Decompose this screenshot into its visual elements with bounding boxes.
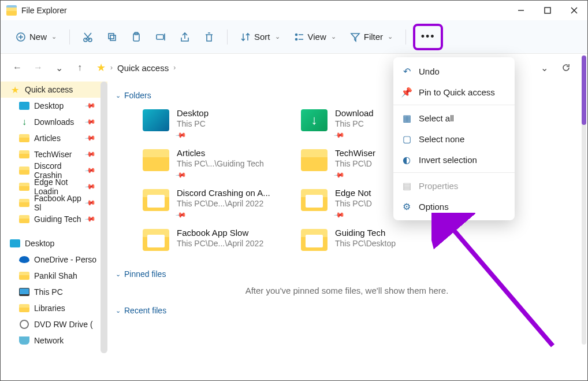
select-all-icon: ▦ <box>401 113 412 123</box>
cut-button[interactable] <box>77 28 99 46</box>
folder-icon <box>143 229 169 251</box>
more-button[interactable]: ••• <box>416 27 440 47</box>
folder-icon <box>301 149 328 171</box>
pin-icon: 📌 <box>401 87 412 97</box>
svg-rect-12 <box>110 35 116 40</box>
folder-icon <box>301 229 328 251</box>
svg-rect-1 <box>545 8 550 13</box>
sort-label: Sort <box>254 32 270 42</box>
sidebar-item-techwiser[interactable]: TechWiser📌 <box>1 146 107 162</box>
sidebar-scrollbar[interactable] <box>101 82 107 353</box>
sidebar-item-edge[interactable]: Edge Not Loadin📌 <box>1 179 107 195</box>
chevron-right-icon: › <box>173 64 176 72</box>
menu-select-none[interactable]: ▢Select none <box>393 128 515 149</box>
pin-icon: 📌 <box>333 209 345 220</box>
sidebar-onedrive[interactable]: OneDrive - Perso <box>1 251 107 268</box>
back-button[interactable]: ← <box>9 59 26 76</box>
sidebar-quick-access[interactable]: ★ Quick access <box>1 82 107 98</box>
sidebar-item-discord[interactable]: Discord Crashin📌 <box>1 162 107 179</box>
maximize-button[interactable] <box>534 1 561 20</box>
forward-button[interactable]: → <box>29 59 47 76</box>
up-button[interactable]: ↑ <box>71 59 88 76</box>
view-label: View <box>308 32 326 42</box>
gear-icon: ⚙ <box>401 201 412 212</box>
pin-icon: 📌 <box>84 116 96 128</box>
copy-button[interactable] <box>101 28 123 46</box>
view-button[interactable]: View⌄ <box>288 28 342 46</box>
pin-icon: 📌 <box>333 169 345 180</box>
folder-icon <box>301 189 328 211</box>
filter-button[interactable]: Filter⌄ <box>344 28 399 46</box>
pin-icon: 📌 <box>84 181 96 193</box>
pin-icon: 📌 <box>333 129 345 140</box>
more-button-highlight: ••• <box>413 24 443 50</box>
download-icon: ↓ <box>19 117 29 127</box>
sidebar-network[interactable]: Network <box>1 332 107 349</box>
sidebar-desktop-root[interactable]: Desktop <box>1 235 107 251</box>
pin-icon: 📌 <box>84 197 96 209</box>
delete-button[interactable] <box>198 28 220 46</box>
pin-icon: 📌 <box>84 165 96 176</box>
paste-button[interactable] <box>125 28 147 46</box>
command-bar: New⌄ Sort⌄ View⌄ Filter⌄ ••• <box>1 20 587 54</box>
folder-icon <box>143 149 169 171</box>
undo-icon: ↶ <box>401 66 412 76</box>
chevron-right-icon: › <box>110 64 113 72</box>
history-chevron[interactable]: ⌄ <box>50 59 68 76</box>
address-chevron[interactable]: ⌄ <box>535 59 553 76</box>
titlebar: File Explorer <box>1 1 587 20</box>
share-button[interactable] <box>174 28 196 46</box>
pin-icon: 📌 <box>175 209 187 220</box>
rename-button[interactable] <box>150 28 172 46</box>
tile-guiding[interactable]: Guiding TechThis PC\Desktop <box>300 225 445 254</box>
content-scrollbar[interactable] <box>582 56 586 345</box>
breadcrumb-label[interactable]: Quick access <box>117 63 169 73</box>
pin-icon: 📌 <box>84 132 96 144</box>
sidebar-item-articles[interactable]: Articles📌 <box>1 130 107 146</box>
folder-icon: ↓ <box>301 109 328 131</box>
svg-point-17 <box>295 34 297 35</box>
tile-articles[interactable]: ArticlesThis PC\...\Guiding Tech📌 <box>142 146 286 181</box>
select-none-icon: ▢ <box>401 134 412 144</box>
sidebar-libraries[interactable]: Libraries <box>1 300 107 316</box>
new-label: New <box>29 32 47 42</box>
pin-icon: 📌 <box>175 129 187 140</box>
filter-label: Filter <box>364 32 383 42</box>
pin-icon: 📌 <box>175 169 187 180</box>
annotation-arrow <box>431 213 564 352</box>
tile-desktop[interactable]: DesktopThis PC📌 <box>142 106 286 141</box>
folder-icon <box>143 109 169 131</box>
svg-line-21 <box>449 224 553 346</box>
tile-facbook[interactable]: Facbook App SlowThis PC\De...\April 2022 <box>142 225 286 254</box>
sidebar-item-desktop[interactable]: Desktop📌 <box>1 98 107 114</box>
svg-point-18 <box>295 38 297 40</box>
properties-icon: ▤ <box>401 180 412 191</box>
close-button[interactable] <box>561 1 587 20</box>
pin-icon: 📌 <box>84 100 96 112</box>
sidebar-label: Quick access <box>25 85 73 94</box>
star-icon: ★ <box>96 61 106 74</box>
invert-icon: ◐ <box>401 154 412 165</box>
sort-button[interactable]: Sort⌄ <box>235 28 286 46</box>
new-button[interactable]: New⌄ <box>10 28 62 46</box>
sidebar-thispc[interactable]: This PC <box>1 284 107 300</box>
sidebar-userfolder[interactable]: Pankil Shah <box>1 268 107 284</box>
menu-select-all[interactable]: ▦Select all <box>393 108 515 128</box>
sidebar-item-guiding[interactable]: Guiding Tech📌 <box>1 211 107 227</box>
window-title: File Explorer <box>21 6 67 15</box>
sidebar: ★ Quick access Desktop📌 ↓Downloads📌 Arti… <box>1 82 107 381</box>
sidebar-item-facbook[interactable]: Facbook App Sl📌 <box>1 195 107 211</box>
menu-properties[interactable]: ▤Properties <box>393 175 515 196</box>
menu-undo[interactable]: ↶Undo <box>393 61 515 82</box>
sidebar-dvd[interactable]: DVD RW Drive ( <box>1 316 107 332</box>
menu-invert[interactable]: ◐Invert selection <box>393 149 515 170</box>
pin-icon: 📌 <box>84 213 96 225</box>
app-icon <box>6 5 17 16</box>
menu-pin[interactable]: 📌Pin to Quick access <box>393 82 515 102</box>
sidebar-item-downloads[interactable]: ↓Downloads📌 <box>1 114 107 130</box>
folder-icon <box>143 189 169 211</box>
refresh-button[interactable] <box>557 59 575 76</box>
minimize-button[interactable] <box>508 1 534 20</box>
tile-discord[interactable]: Discord Crashing on A...This PC\De...\Ap… <box>142 186 286 221</box>
star-icon: ★ <box>10 85 20 94</box>
